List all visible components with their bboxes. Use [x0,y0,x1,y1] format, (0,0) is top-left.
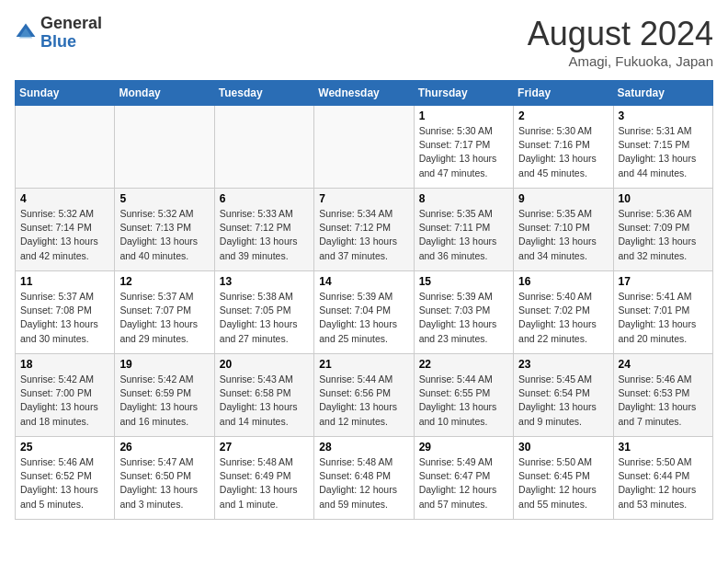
calendar-cell: 1Sunrise: 5:30 AMSunset: 7:17 PMDaylight… [414,106,513,189]
day-number: 28 [319,441,408,454]
calendar-cell: 6Sunrise: 5:33 AMSunset: 7:12 PMDaylight… [214,189,313,271]
calendar-cell: 11Sunrise: 5:37 AMSunset: 7:08 PMDayligh… [16,271,115,354]
logo-icon [15,22,37,44]
calendar-cell: 21Sunrise: 5:44 AMSunset: 6:56 PMDayligh… [314,354,414,437]
location: Amagi, Fukuoka, Japan [528,53,713,69]
day-number: 31 [619,441,708,454]
day-info: Sunrise: 5:47 AMSunset: 6:50 PMDaylight:… [119,455,209,511]
day-number: 20 [220,358,309,371]
day-info: Sunrise: 5:42 AMSunset: 6:59 PMDaylight:… [119,373,209,429]
calendar-cell: 8Sunrise: 5:35 AMSunset: 7:11 PMDaylight… [414,189,513,271]
day-info: Sunrise: 5:37 AMSunset: 7:07 PMDaylight:… [119,290,209,346]
title-block: August 2024 Amagi, Fukuoka, Japan [528,15,713,69]
calendar-cell [214,106,313,189]
weekday-header: Sunday [16,81,115,106]
day-number: 18 [20,358,109,371]
calendar-cell: 19Sunrise: 5:42 AMSunset: 6:59 PMDayligh… [115,354,214,437]
calendar-cell: 7Sunrise: 5:34 AMSunset: 7:12 PMDaylight… [314,189,414,271]
day-info: Sunrise: 5:35 AMSunset: 7:10 PMDaylight:… [518,207,608,263]
day-info: Sunrise: 5:39 AMSunset: 7:03 PMDaylight:… [419,290,508,346]
calendar-cell: 23Sunrise: 5:45 AMSunset: 6:54 PMDayligh… [514,354,613,437]
calendar-week-row: 18Sunrise: 5:42 AMSunset: 7:00 PMDayligh… [16,354,713,437]
day-number: 15 [419,275,508,288]
calendar-cell: 28Sunrise: 5:48 AMSunset: 6:48 PMDayligh… [314,437,414,520]
day-number: 17 [619,275,708,288]
day-number: 9 [518,192,608,205]
day-info: Sunrise: 5:33 AMSunset: 7:12 PMDaylight:… [220,207,309,263]
day-number: 23 [518,358,608,371]
day-info: Sunrise: 5:44 AMSunset: 6:55 PMDaylight:… [419,373,508,429]
calendar-cell: 18Sunrise: 5:42 AMSunset: 7:00 PMDayligh… [16,354,115,437]
day-info: Sunrise: 5:40 AMSunset: 7:02 PMDaylight:… [518,290,608,346]
day-number: 8 [419,192,508,205]
day-info: Sunrise: 5:45 AMSunset: 6:54 PMDaylight:… [518,373,608,429]
day-info: Sunrise: 5:30 AMSunset: 7:16 PMDaylight:… [518,124,608,180]
calendar-table: SundayMondayTuesdayWednesdayThursdayFrid… [15,80,713,520]
day-info: Sunrise: 5:36 AMSunset: 7:09 PMDaylight:… [619,207,708,263]
weekday-header: Monday [115,81,214,106]
calendar-cell: 3Sunrise: 5:31 AMSunset: 7:15 PMDaylight… [613,106,712,189]
month-title: August 2024 [528,15,713,53]
calendar-cell: 10Sunrise: 5:36 AMSunset: 7:09 PMDayligh… [613,189,712,271]
day-info: Sunrise: 5:32 AMSunset: 7:13 PMDaylight:… [119,207,209,263]
calendar-cell: 13Sunrise: 5:38 AMSunset: 7:05 PMDayligh… [214,271,313,354]
day-info: Sunrise: 5:49 AMSunset: 6:47 PMDaylight:… [419,455,508,511]
logo-text: General Blue [40,15,102,52]
day-info: Sunrise: 5:37 AMSunset: 7:08 PMDaylight:… [20,290,109,346]
calendar-cell: 17Sunrise: 5:41 AMSunset: 7:01 PMDayligh… [613,271,712,354]
day-info: Sunrise: 5:30 AMSunset: 7:17 PMDaylight:… [419,124,508,180]
day-info: Sunrise: 5:48 AMSunset: 6:49 PMDaylight:… [220,455,309,511]
calendar-week-row: 4Sunrise: 5:32 AMSunset: 7:14 PMDaylight… [16,189,713,271]
day-info: Sunrise: 5:50 AMSunset: 6:45 PMDaylight:… [518,455,608,511]
day-number: 12 [119,275,209,288]
weekday-header: Saturday [613,81,712,106]
weekday-header: Tuesday [214,81,313,106]
day-number: 2 [518,109,608,122]
day-number: 4 [20,192,109,205]
day-number: 1 [419,109,508,122]
day-info: Sunrise: 5:46 AMSunset: 6:53 PMDaylight:… [619,373,708,429]
day-number: 10 [619,192,708,205]
day-info: Sunrise: 5:41 AMSunset: 7:01 PMDaylight:… [619,290,708,346]
calendar-cell: 16Sunrise: 5:40 AMSunset: 7:02 PMDayligh… [514,271,613,354]
day-info: Sunrise: 5:34 AMSunset: 7:12 PMDaylight:… [319,207,408,263]
calendar-cell: 14Sunrise: 5:39 AMSunset: 7:04 PMDayligh… [314,271,414,354]
calendar-cell: 31Sunrise: 5:50 AMSunset: 6:44 PMDayligh… [613,437,712,520]
calendar-cell [314,106,414,189]
calendar-cell [115,106,214,189]
calendar-cell: 12Sunrise: 5:37 AMSunset: 7:07 PMDayligh… [115,271,214,354]
calendar-cell: 30Sunrise: 5:50 AMSunset: 6:45 PMDayligh… [514,437,613,520]
day-number: 19 [119,358,209,371]
logo: General Blue [15,15,102,52]
day-number: 21 [319,358,408,371]
day-number: 26 [119,441,209,454]
day-info: Sunrise: 5:44 AMSunset: 6:56 PMDaylight:… [319,373,408,429]
day-number: 13 [220,275,309,288]
day-info: Sunrise: 5:38 AMSunset: 7:05 PMDaylight:… [220,290,309,346]
day-info: Sunrise: 5:35 AMSunset: 7:11 PMDaylight:… [419,207,508,263]
logo-blue: Blue [40,33,102,52]
day-number: 22 [419,358,508,371]
calendar-cell: 25Sunrise: 5:46 AMSunset: 6:52 PMDayligh… [16,437,115,520]
day-number: 3 [619,109,708,122]
calendar-cell: 2Sunrise: 5:30 AMSunset: 7:16 PMDaylight… [514,106,613,189]
logo-general: General [40,15,102,33]
weekday-header: Wednesday [314,81,414,106]
calendar-cell: 15Sunrise: 5:39 AMSunset: 7:03 PMDayligh… [414,271,513,354]
day-number: 14 [319,275,408,288]
calendar-week-row: 25Sunrise: 5:46 AMSunset: 6:52 PMDayligh… [16,437,713,520]
day-number: 27 [220,441,309,454]
day-number: 25 [20,441,109,454]
weekday-header: Thursday [414,81,513,106]
calendar-cell: 20Sunrise: 5:43 AMSunset: 6:58 PMDayligh… [214,354,313,437]
header-row: SundayMondayTuesdayWednesdayThursdayFrid… [16,81,713,106]
calendar-cell: 29Sunrise: 5:49 AMSunset: 6:47 PMDayligh… [414,437,513,520]
day-info: Sunrise: 5:50 AMSunset: 6:44 PMDaylight:… [619,455,708,511]
day-number: 24 [619,358,708,371]
calendar-cell: 26Sunrise: 5:47 AMSunset: 6:50 PMDayligh… [115,437,214,520]
page-header: General Blue August 2024 Amagi, Fukuoka,… [15,15,713,69]
calendar-cell: 24Sunrise: 5:46 AMSunset: 6:53 PMDayligh… [613,354,712,437]
day-number: 16 [518,275,608,288]
calendar-cell: 9Sunrise: 5:35 AMSunset: 7:10 PMDaylight… [514,189,613,271]
calendar-cell: 22Sunrise: 5:44 AMSunset: 6:55 PMDayligh… [414,354,513,437]
